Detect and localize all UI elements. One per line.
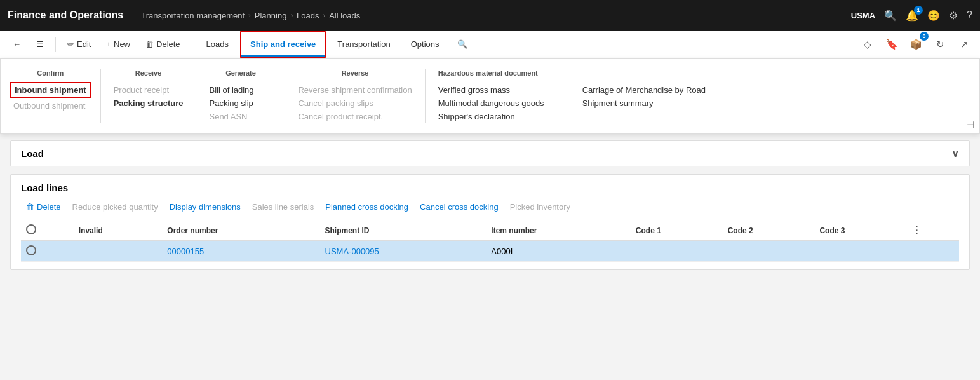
delete-button[interactable]: 🗑 Delete — [139, 36, 187, 52]
package-icon-wrapper: 📦 0 — [906, 35, 925, 54]
ll-sales-line-serials-button[interactable]: Sales line serials — [247, 200, 319, 214]
package-badge: 0 — [920, 32, 929, 41]
confirm-col: Confirm Inbound shipment Outbound shipme… — [13, 69, 101, 123]
reverse-col: Reverse Reverse shipment confirmation Ca… — [298, 69, 425, 123]
generate-header: Generate — [209, 69, 272, 77]
col-code2[interactable]: Code 2 — [723, 221, 815, 241]
confirm-header: Confirm — [13, 69, 88, 77]
app-title: Finance and Operations — [8, 10, 123, 21]
shipment-summary-item[interactable]: Shipment summary — [582, 97, 706, 110]
generate-col: Generate Bill of lading Packing slip Sen… — [209, 69, 285, 123]
col-code3[interactable]: Code 3 — [814, 221, 906, 241]
tab-options[interactable]: Options — [402, 31, 448, 58]
outbound-shipment-item[interactable]: Outbound shipment — [13, 99, 88, 112]
breadcrumb-item-3[interactable]: Loads — [297, 11, 319, 20]
packing-structure-item[interactable]: Packing structure — [114, 97, 184, 110]
notification-badge: 1 — [914, 6, 923, 15]
hamburger-icon: ☰ — [36, 39, 44, 49]
ll-display-dimensions-button[interactable]: Display dimensions — [164, 200, 246, 214]
menu-button[interactable]: ☰ — [30, 36, 50, 52]
breadcrumb-sep-1: › — [248, 11, 251, 19]
edit-button[interactable]: ✏ Edit — [61, 36, 97, 52]
collapse-load-icon[interactable]: ∨ — [951, 147, 959, 159]
settings-icon[interactable]: ⚙ — [949, 10, 958, 22]
cancel-product-receipt-item[interactable]: Cancel product receipt. — [298, 110, 412, 123]
toolbar-sep-1 — [55, 37, 56, 52]
ll-delete-icon: 🗑 — [26, 202, 34, 212]
col-order-number[interactable]: Order number — [162, 221, 319, 241]
help-icon[interactable]: ? — [967, 10, 972, 21]
row-code2-cell — [723, 241, 815, 262]
table-row[interactable]: 00000155 USMA-000095 A000I — [21, 241, 959, 262]
row-order-number-cell[interactable]: 00000155 — [162, 241, 319, 262]
toolbar-search-button[interactable]: 🔍 — [451, 36, 474, 52]
col-more: ⋮ — [906, 221, 959, 241]
col-invalid: Invalid — [74, 221, 163, 241]
notification-wrapper: 🔔 1 — [906, 10, 918, 22]
shipment-id-link[interactable]: USMA-000095 — [325, 247, 379, 256]
product-receipt-item[interactable]: Product receipt — [114, 83, 184, 97]
col-item-number[interactable]: Item number — [486, 221, 631, 241]
load-lines-section: Load lines 🗑 Delete Reduce picked quanti… — [10, 174, 970, 270]
row-radio[interactable] — [26, 245, 36, 255]
order-number-link[interactable]: 00000155 — [167, 247, 204, 256]
row-code1-cell — [631, 241, 723, 262]
breadcrumb-item-4[interactable]: All loads — [329, 11, 360, 20]
row-radio-cell — [21, 241, 74, 262]
row-item-number-cell[interactable]: A000I — [486, 241, 631, 262]
verified-gross-mass-item[interactable]: Verified gross mass — [438, 83, 544, 97]
breadcrumb-item-2[interactable]: Planning — [255, 11, 287, 20]
row-invalid-cell — [74, 241, 163, 262]
shippers-declaration-item[interactable]: Shipper's declaration — [438, 110, 544, 123]
load-section: Load ∨ — [10, 140, 970, 166]
ll-planned-cross-docking-button[interactable]: Planned cross docking — [320, 200, 413, 214]
col-code1[interactable]: Code 1 — [631, 221, 723, 241]
multimodal-dangerous-goods-item[interactable]: Multimodal dangerous goods — [438, 97, 544, 110]
ll-cancel-cross-docking-button[interactable]: Cancel cross docking — [415, 200, 504, 214]
edit-icon: ✏ — [67, 39, 74, 49]
toolbar-right-icons: ◇ 🔖 📦 0 ↻ ↗ — [858, 35, 974, 54]
tab-loads[interactable]: Loads — [198, 31, 238, 58]
refresh-icon-button[interactable]: ↻ — [930, 35, 950, 54]
plus-icon: + — [106, 39, 111, 49]
load-lines-table: Invalid Order number Shipment ID Item nu… — [21, 221, 959, 262]
send-asn-item[interactable]: Send ASN — [209, 110, 272, 123]
load-lines-title: Load lines — [21, 182, 959, 193]
top-bar: Finance and Operations Transportation ma… — [0, 0, 980, 31]
ll-picked-inventory-button[interactable]: Picked inventory — [505, 200, 575, 214]
column-more-icon[interactable]: ⋮ — [911, 225, 922, 236]
hazardous-header: Hazardous material document — [438, 69, 706, 77]
breadcrumb: Transportation management › Planning › L… — [141, 11, 846, 20]
top-bar-right: USMA 🔍 🔔 1 😊 ⚙ ? — [851, 10, 972, 22]
back-button[interactable]: ← — [6, 36, 27, 52]
ll-delete-button[interactable]: 🗑 Delete — [21, 200, 66, 214]
packing-slip-item[interactable]: Packing slip — [209, 97, 272, 110]
search-icon[interactable]: 🔍 — [884, 10, 897, 22]
diamond-icon-button[interactable]: ◇ — [858, 35, 877, 54]
emoji-icon[interactable]: 😊 — [927, 10, 940, 22]
breadcrumb-item-1[interactable]: Transportation management — [141, 11, 245, 20]
receive-header: Receive — [114, 69, 184, 77]
reverse-shipment-item[interactable]: Reverse shipment confirmation — [298, 83, 412, 97]
bill-of-lading-item[interactable]: Bill of lading — [209, 83, 272, 97]
ll-reduce-picked-qty-button[interactable]: Reduce picked quantity — [67, 200, 163, 214]
external-link-icon-button[interactable]: ↗ — [955, 35, 974, 54]
new-button[interactable]: + New — [100, 36, 137, 52]
bookmark-icon-button[interactable]: 🔖 — [882, 35, 901, 54]
pin-icon[interactable]: ⊣ — [967, 119, 974, 130]
dropdown-panel: Confirm Inbound shipment Outbound shipme… — [0, 58, 980, 134]
inbound-shipment-item[interactable]: Inbound shipment — [10, 82, 91, 98]
cancel-packing-slips-item[interactable]: Cancel packing slips — [298, 97, 412, 110]
tab-ship-receive[interactable]: Ship and receive — [240, 31, 326, 58]
row-shipment-id-cell[interactable]: USMA-000095 — [320, 241, 487, 262]
tab-transportation[interactable]: Transportation — [328, 31, 399, 58]
carriage-merchandise-item[interactable]: Carriage of Merchandise by Road — [582, 83, 706, 97]
row-code3-cell — [814, 241, 906, 262]
delete-icon: 🗑 — [145, 39, 154, 49]
toolbar-sep-2 — [192, 37, 192, 52]
toolbar-search-icon: 🔍 — [457, 39, 467, 49]
header-radio[interactable] — [26, 224, 36, 234]
back-icon: ← — [13, 39, 21, 49]
col-shipment-id[interactable]: Shipment ID — [320, 221, 487, 241]
breadcrumb-sep-3: › — [323, 11, 325, 19]
